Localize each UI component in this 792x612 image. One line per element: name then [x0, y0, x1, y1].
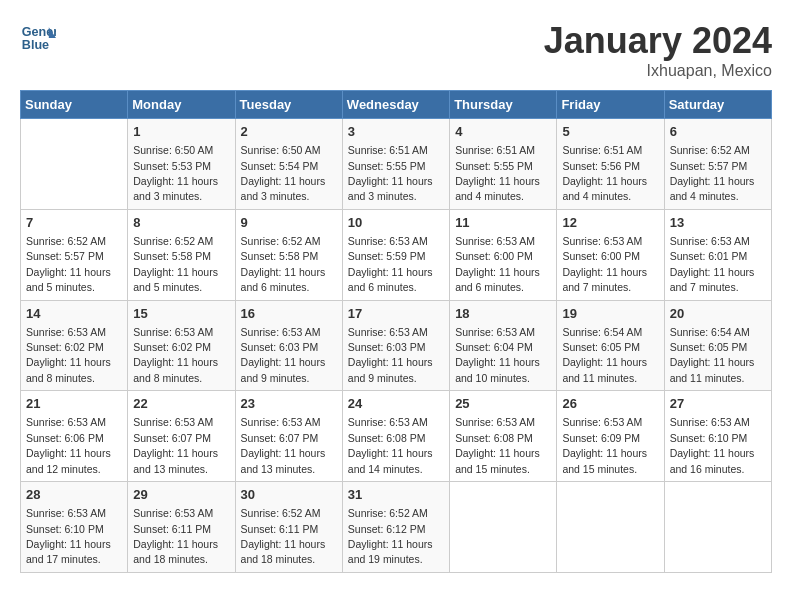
day-number: 20: [670, 305, 766, 323]
calendar-cell: 22Sunrise: 6:53 AM Sunset: 6:07 PM Dayli…: [128, 391, 235, 482]
day-info: Sunrise: 6:53 AM Sunset: 6:09 PM Dayligh…: [562, 416, 647, 474]
day-info: Sunrise: 6:52 AM Sunset: 6:11 PM Dayligh…: [241, 507, 326, 565]
calendar-cell: 18Sunrise: 6:53 AM Sunset: 6:04 PM Dayli…: [450, 300, 557, 391]
calendar-cell: 14Sunrise: 6:53 AM Sunset: 6:02 PM Dayli…: [21, 300, 128, 391]
day-info: Sunrise: 6:53 AM Sunset: 6:03 PM Dayligh…: [348, 326, 433, 384]
day-number: 21: [26, 395, 122, 413]
day-info: Sunrise: 6:53 AM Sunset: 6:10 PM Dayligh…: [26, 507, 111, 565]
day-number: 2: [241, 123, 337, 141]
calendar-cell: 10Sunrise: 6:53 AM Sunset: 5:59 PM Dayli…: [342, 209, 449, 300]
week-row-5: 28Sunrise: 6:53 AM Sunset: 6:10 PM Dayli…: [21, 482, 772, 573]
day-number: 12: [562, 214, 658, 232]
calendar-cell: 20Sunrise: 6:54 AM Sunset: 6:05 PM Dayli…: [664, 300, 771, 391]
week-row-4: 21Sunrise: 6:53 AM Sunset: 6:06 PM Dayli…: [21, 391, 772, 482]
day-info: Sunrise: 6:53 AM Sunset: 6:07 PM Dayligh…: [133, 416, 218, 474]
title-block: January 2024 Ixhuapan, Mexico: [544, 20, 772, 80]
weekday-header-tuesday: Tuesday: [235, 91, 342, 119]
calendar-cell: [664, 482, 771, 573]
calendar-cell: 28Sunrise: 6:53 AM Sunset: 6:10 PM Dayli…: [21, 482, 128, 573]
calendar-cell: 29Sunrise: 6:53 AM Sunset: 6:11 PM Dayli…: [128, 482, 235, 573]
calendar-cell: 6Sunrise: 6:52 AM Sunset: 5:57 PM Daylig…: [664, 119, 771, 210]
day-number: 19: [562, 305, 658, 323]
weekday-header-monday: Monday: [128, 91, 235, 119]
calendar-cell: 4Sunrise: 6:51 AM Sunset: 5:55 PM Daylig…: [450, 119, 557, 210]
svg-text:Blue: Blue: [22, 38, 49, 52]
calendar-cell: [557, 482, 664, 573]
weekday-header-thursday: Thursday: [450, 91, 557, 119]
day-number: 18: [455, 305, 551, 323]
calendar-cell: 26Sunrise: 6:53 AM Sunset: 6:09 PM Dayli…: [557, 391, 664, 482]
day-number: 4: [455, 123, 551, 141]
day-number: 14: [26, 305, 122, 323]
day-info: Sunrise: 6:53 AM Sunset: 6:00 PM Dayligh…: [455, 235, 540, 293]
day-number: 3: [348, 123, 444, 141]
day-info: Sunrise: 6:53 AM Sunset: 6:07 PM Dayligh…: [241, 416, 326, 474]
day-number: 5: [562, 123, 658, 141]
weekday-header-wednesday: Wednesday: [342, 91, 449, 119]
day-info: Sunrise: 6:53 AM Sunset: 6:10 PM Dayligh…: [670, 416, 755, 474]
day-info: Sunrise: 6:52 AM Sunset: 6:12 PM Dayligh…: [348, 507, 433, 565]
day-number: 1: [133, 123, 229, 141]
day-info: Sunrise: 6:51 AM Sunset: 5:56 PM Dayligh…: [562, 144, 647, 202]
day-number: 7: [26, 214, 122, 232]
weekday-header-friday: Friday: [557, 91, 664, 119]
calendar-cell: [450, 482, 557, 573]
weekday-header-row: SundayMondayTuesdayWednesdayThursdayFrid…: [21, 91, 772, 119]
calendar-cell: 3Sunrise: 6:51 AM Sunset: 5:55 PM Daylig…: [342, 119, 449, 210]
day-number: 23: [241, 395, 337, 413]
calendar-cell: 8Sunrise: 6:52 AM Sunset: 5:58 PM Daylig…: [128, 209, 235, 300]
day-info: Sunrise: 6:53 AM Sunset: 6:00 PM Dayligh…: [562, 235, 647, 293]
day-info: Sunrise: 6:53 AM Sunset: 6:04 PM Dayligh…: [455, 326, 540, 384]
day-info: Sunrise: 6:52 AM Sunset: 5:58 PM Dayligh…: [133, 235, 218, 293]
day-number: 26: [562, 395, 658, 413]
logo: General Blue: [20, 20, 56, 56]
day-number: 6: [670, 123, 766, 141]
weekday-header-sunday: Sunday: [21, 91, 128, 119]
day-info: Sunrise: 6:53 AM Sunset: 6:01 PM Dayligh…: [670, 235, 755, 293]
day-info: Sunrise: 6:53 AM Sunset: 5:59 PM Dayligh…: [348, 235, 433, 293]
day-info: Sunrise: 6:54 AM Sunset: 6:05 PM Dayligh…: [670, 326, 755, 384]
day-number: 17: [348, 305, 444, 323]
calendar-cell: 23Sunrise: 6:53 AM Sunset: 6:07 PM Dayli…: [235, 391, 342, 482]
calendar-cell: 11Sunrise: 6:53 AM Sunset: 6:00 PM Dayli…: [450, 209, 557, 300]
day-info: Sunrise: 6:54 AM Sunset: 6:05 PM Dayligh…: [562, 326, 647, 384]
logo-icon: General Blue: [20, 20, 56, 56]
day-number: 15: [133, 305, 229, 323]
calendar-cell: 1Sunrise: 6:50 AM Sunset: 5:53 PM Daylig…: [128, 119, 235, 210]
calendar-cell: 30Sunrise: 6:52 AM Sunset: 6:11 PM Dayli…: [235, 482, 342, 573]
day-number: 22: [133, 395, 229, 413]
calendar-cell: 2Sunrise: 6:50 AM Sunset: 5:54 PM Daylig…: [235, 119, 342, 210]
calendar-cell: 21Sunrise: 6:53 AM Sunset: 6:06 PM Dayli…: [21, 391, 128, 482]
week-row-1: 1Sunrise: 6:50 AM Sunset: 5:53 PM Daylig…: [21, 119, 772, 210]
day-number: 30: [241, 486, 337, 504]
day-info: Sunrise: 6:53 AM Sunset: 6:03 PM Dayligh…: [241, 326, 326, 384]
day-info: Sunrise: 6:52 AM Sunset: 5:58 PM Dayligh…: [241, 235, 326, 293]
month-title: January 2024: [544, 20, 772, 62]
day-info: Sunrise: 6:52 AM Sunset: 5:57 PM Dayligh…: [670, 144, 755, 202]
calendar-cell: 9Sunrise: 6:52 AM Sunset: 5:58 PM Daylig…: [235, 209, 342, 300]
day-number: 10: [348, 214, 444, 232]
calendar-table: SundayMondayTuesdayWednesdayThursdayFrid…: [20, 90, 772, 573]
day-number: 25: [455, 395, 551, 413]
day-number: 9: [241, 214, 337, 232]
day-number: 31: [348, 486, 444, 504]
day-info: Sunrise: 6:53 AM Sunset: 6:08 PM Dayligh…: [348, 416, 433, 474]
day-number: 16: [241, 305, 337, 323]
calendar-cell: 25Sunrise: 6:53 AM Sunset: 6:08 PM Dayli…: [450, 391, 557, 482]
day-number: 27: [670, 395, 766, 413]
calendar-cell: 24Sunrise: 6:53 AM Sunset: 6:08 PM Dayli…: [342, 391, 449, 482]
day-number: 24: [348, 395, 444, 413]
calendar-cell: 19Sunrise: 6:54 AM Sunset: 6:05 PM Dayli…: [557, 300, 664, 391]
day-info: Sunrise: 6:53 AM Sunset: 6:06 PM Dayligh…: [26, 416, 111, 474]
calendar-cell: 16Sunrise: 6:53 AM Sunset: 6:03 PM Dayli…: [235, 300, 342, 391]
day-info: Sunrise: 6:51 AM Sunset: 5:55 PM Dayligh…: [455, 144, 540, 202]
calendar-cell: 5Sunrise: 6:51 AM Sunset: 5:56 PM Daylig…: [557, 119, 664, 210]
day-number: 28: [26, 486, 122, 504]
day-number: 11: [455, 214, 551, 232]
day-info: Sunrise: 6:51 AM Sunset: 5:55 PM Dayligh…: [348, 144, 433, 202]
location: Ixhuapan, Mexico: [544, 62, 772, 80]
day-info: Sunrise: 6:53 AM Sunset: 6:11 PM Dayligh…: [133, 507, 218, 565]
calendar-cell: 27Sunrise: 6:53 AM Sunset: 6:10 PM Dayli…: [664, 391, 771, 482]
calendar-cell: 12Sunrise: 6:53 AM Sunset: 6:00 PM Dayli…: [557, 209, 664, 300]
day-info: Sunrise: 6:53 AM Sunset: 6:08 PM Dayligh…: [455, 416, 540, 474]
